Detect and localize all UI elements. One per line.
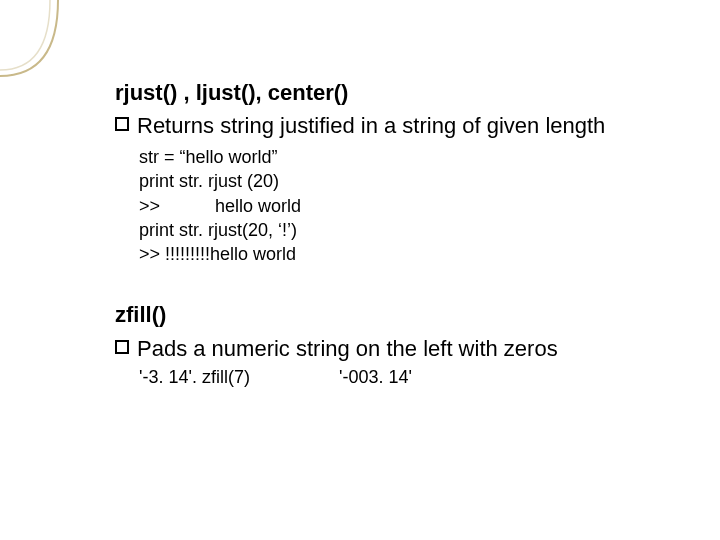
zfill-result: '-003. 14' bbox=[339, 367, 660, 388]
section1-title: rjust() , ljust(), center() bbox=[115, 80, 660, 106]
square-bullet-icon bbox=[115, 117, 129, 131]
section1-bullet-text: Returns string justified in a string of … bbox=[137, 112, 660, 141]
corner-decoration bbox=[0, 0, 115, 78]
zfill-call: '-3. 14'. zfill(7) bbox=[139, 367, 339, 388]
section2-title: zfill() bbox=[115, 302, 660, 328]
section1-code: str = “hello world” print str. rjust (20… bbox=[139, 145, 660, 266]
square-bullet-icon bbox=[115, 340, 129, 354]
section2-example-row: '-3. 14'. zfill(7) '-003. 14' bbox=[139, 367, 660, 388]
section2-bullet-line: Pads a numeric string on the left with z… bbox=[115, 335, 660, 364]
slide: rjust() , ljust(), center() Returns stri… bbox=[0, 0, 720, 540]
section2-bullet-text: Pads a numeric string on the left with z… bbox=[137, 335, 660, 364]
section1-bullet-line: Returns string justified in a string of … bbox=[115, 112, 660, 141]
